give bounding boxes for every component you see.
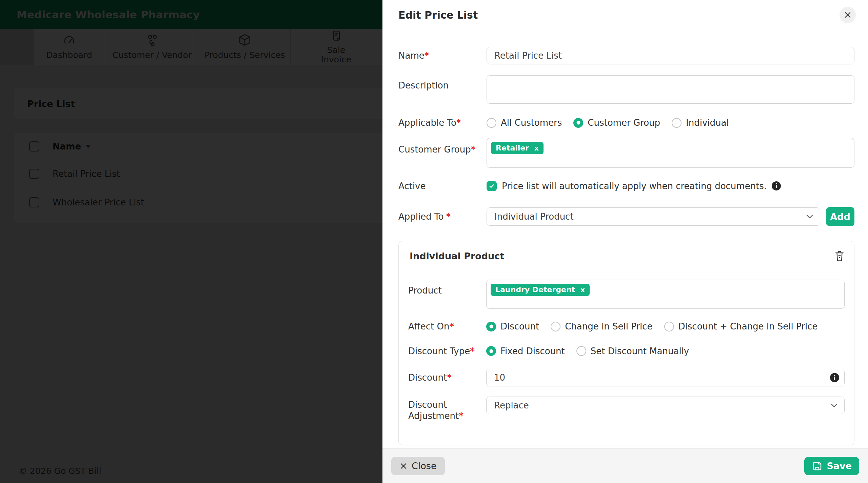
radio-circle[interactable] bbox=[487, 118, 496, 128]
required-asterisk: * bbox=[471, 144, 476, 155]
name-input[interactable] bbox=[487, 47, 854, 64]
remove-tag-icon[interactable]: x bbox=[580, 286, 585, 293]
customer-group-multiselect[interactable]: Retailer x bbox=[487, 138, 854, 168]
discount-adjustment-row: Discount Adjustment* Replace bbox=[408, 397, 845, 421]
tag-laundry-detergent: Laundry Detergent x bbox=[491, 284, 590, 296]
applied-to-label: Applied To* bbox=[398, 211, 487, 222]
discount-adjustment-label: Discount Adjustment* bbox=[408, 399, 469, 421]
applied-to-row: Applied To* Individual Product Add bbox=[398, 207, 854, 226]
tag-retailer: Retailer x bbox=[491, 142, 544, 154]
edit-price-list-modal: Edit Price List Name* Description bbox=[382, 0, 868, 483]
applicable-to-label: Applicable To* bbox=[398, 117, 487, 128]
applied-to-field: Individual Product Add bbox=[487, 207, 854, 226]
radio-fixed-discount[interactable]: Fixed Discount bbox=[486, 346, 565, 356]
required-asterisk: * bbox=[459, 411, 463, 421]
save-floppy-icon bbox=[812, 461, 823, 471]
card-divider bbox=[408, 270, 845, 270]
discount-field: i bbox=[486, 369, 845, 386]
active-row: Active Price list will automatically app… bbox=[398, 181, 854, 192]
delete-trash-icon[interactable] bbox=[834, 250, 845, 262]
required-asterisk: * bbox=[456, 118, 461, 128]
discount-type-radio-group: Fixed Discount Set Discount Manually bbox=[486, 346, 845, 356]
active-label: Active bbox=[398, 181, 487, 192]
required-asterisk: * bbox=[470, 346, 475, 356]
discount-type-row: Discount Type* Fixed Discount Set Discou… bbox=[408, 346, 845, 357]
modal-body: Name* Description Applicable To* All Cus… bbox=[382, 30, 868, 448]
radio-circle[interactable] bbox=[664, 322, 674, 331]
check-icon bbox=[488, 183, 495, 189]
product-card-title: Individual Product bbox=[410, 251, 504, 261]
radio-circle[interactable] bbox=[672, 118, 682, 128]
name-row: Name* bbox=[398, 47, 854, 64]
remove-tag-icon[interactable]: x bbox=[534, 145, 539, 152]
customer-group-row: Customer Group* Retailer x bbox=[398, 138, 854, 168]
close-icon bbox=[399, 462, 408, 470]
customer-group-label: Customer Group* bbox=[398, 144, 487, 155]
radio-change-in-sell-price[interactable]: Change in Sell Price bbox=[551, 321, 652, 331]
close-icon bbox=[844, 11, 852, 19]
radio-all-customers[interactable]: All Customers bbox=[487, 118, 562, 128]
close-button[interactable]: Close bbox=[391, 457, 445, 475]
save-button[interactable]: Save bbox=[804, 457, 859, 475]
required-asterisk: * bbox=[447, 373, 452, 383]
discount-type-label: Discount Type* bbox=[408, 346, 486, 357]
product-multiselect[interactable]: Laundry Detergent x bbox=[486, 280, 845, 309]
radio-customer-group[interactable]: Customer Group bbox=[573, 118, 660, 128]
modal-header: Edit Price List bbox=[382, 0, 868, 30]
info-icon[interactable]: i bbox=[772, 181, 781, 190]
radio-circle-selected[interactable] bbox=[486, 322, 496, 331]
product-card-header: Individual Product bbox=[408, 250, 845, 262]
info-icon[interactable]: i bbox=[830, 373, 839, 382]
required-asterisk: * bbox=[446, 212, 451, 222]
chevron-down-icon bbox=[831, 403, 837, 407]
description-row: Description bbox=[398, 75, 854, 104]
product-row: Product Laundry Detergent x bbox=[408, 280, 845, 309]
applicable-to-radio-group: All Customers Customer Group Individual bbox=[487, 118, 854, 128]
applied-to-select[interactable]: Individual Product bbox=[487, 207, 820, 226]
modal-footer: Close Save bbox=[382, 448, 868, 483]
radio-circle-selected[interactable] bbox=[486, 346, 496, 356]
radio-circle-selected[interactable] bbox=[573, 118, 583, 128]
radio-circle[interactable] bbox=[576, 346, 586, 356]
modal-title: Edit Price List bbox=[398, 9, 478, 21]
individual-product-card: Individual Product Product L bbox=[398, 241, 854, 445]
chevron-down-icon bbox=[806, 215, 813, 219]
applicable-to-row: Applicable To* All Customers Customer Gr… bbox=[398, 117, 854, 128]
discount-adjustment-select[interactable]: Replace bbox=[486, 397, 845, 414]
name-label: Name* bbox=[398, 50, 487, 61]
active-help-text: Price list will automatically apply when… bbox=[502, 181, 767, 191]
radio-individual[interactable]: Individual bbox=[672, 118, 729, 128]
affect-on-radio-group: Discount Change in Sell Price Discount +… bbox=[486, 321, 845, 331]
discount-input[interactable] bbox=[486, 369, 845, 386]
discount-label: Discount* bbox=[408, 372, 486, 383]
affect-on-label: Affect On* bbox=[408, 321, 486, 332]
required-asterisk: * bbox=[449, 321, 454, 331]
radio-discount[interactable]: Discount bbox=[486, 321, 539, 331]
affect-on-row: Affect On* Discount Change in Sell Price bbox=[408, 321, 845, 332]
add-button[interactable]: Add bbox=[826, 207, 854, 226]
screen: Medicare Wholesale Pharmacy Dashboard Cu… bbox=[0, 0, 868, 483]
modal-close-button[interactable] bbox=[840, 7, 856, 23]
radio-set-discount-manually[interactable]: Set Discount Manually bbox=[576, 346, 689, 356]
discount-row: Discount* i bbox=[408, 369, 845, 386]
radio-circle[interactable] bbox=[551, 322, 560, 331]
description-label: Description bbox=[398, 80, 487, 91]
required-asterisk: * bbox=[425, 51, 429, 61]
radio-discount-plus-change[interactable]: Discount + Change in Sell Price bbox=[664, 321, 818, 331]
description-textarea[interactable] bbox=[487, 75, 854, 104]
product-label: Product bbox=[408, 285, 486, 296]
active-checkbox[interactable] bbox=[487, 181, 497, 191]
active-field: Price list will automatically apply when… bbox=[487, 181, 854, 191]
